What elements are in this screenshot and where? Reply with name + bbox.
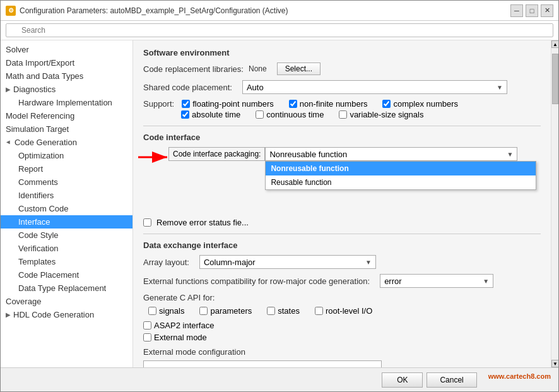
signals-label: signals [159,306,184,316]
sidebar-item-custom-code[interactable]: Custom Code [1,202,132,215]
code-interface-value: Nonreusable function [269,150,347,159]
shared-code-label: Shared code placement: [143,83,232,92]
expand-arrow-code-gen: ▼ [5,140,12,146]
continuous-time-checkbox[interactable] [256,110,264,119]
ok-button[interactable]: OK [382,372,423,388]
sidebar-item-code-gen[interactable]: ▼ Code Generation [1,136,132,149]
interface-packaging-container: Code interface packaging: Nonreusable fu… [143,147,541,161]
shared-code-row: Shared code placement: Auto ▼ [143,80,541,94]
sidebar-item-identifiers[interactable]: Identifiers [1,189,132,202]
continuous-time-label: continuous time [266,110,324,119]
select-button[interactable]: Select... [277,62,321,75]
compat-row: External functions compatibility for row… [143,274,541,288]
support-complex: complex numbers [382,99,458,109]
signals-checkbox[interactable] [148,307,156,315]
divider2 [143,234,541,234]
support-row2: absolute time continuous time variable-s… [181,110,541,119]
software-env-title: Software environment [143,48,541,57]
variable-size-label: variable-size signals [350,110,423,119]
shared-code-arrow-icon: ▼ [497,84,503,91]
bottom-buttons: OK Cancel www.cartech8.com [382,372,551,388]
sidebar-item-data-type-replacement[interactable]: Data Type Replacement [1,282,132,295]
variable-size-checkbox[interactable] [339,110,347,119]
parameters-item: parameters [199,306,252,316]
parameters-label: parameters [210,306,252,316]
sidebar-item-report[interactable]: Report [1,162,132,175]
parameters-checkbox[interactable] [199,307,208,315]
root-level-io-checkbox[interactable] [315,307,323,315]
code-interface-packaging-label: Code interface packaging: [168,147,265,161]
compat-value: error [384,276,401,286]
sidebar-item-verification[interactable]: Verification [1,242,132,255]
external-mode-checkbox[interactable] [143,333,151,342]
compat-dropdown[interactable]: error ▼ [380,274,493,288]
shared-code-value: Auto [247,83,264,92]
support-non-finite: non-finite numbers [289,99,368,109]
expand-arrow-hdl: ▶ [6,311,11,318]
complex-numbers-checkbox[interactable] [382,100,391,108]
absolute-time-checkbox[interactable] [181,110,189,119]
shared-code-dropdown[interactable]: Auto ▼ [242,80,507,94]
dropdown-option-nonreusable[interactable]: Nonreusable function [266,162,536,175]
bottom-bar: OK Cancel www.cartech8.com [1,367,558,391]
signals-item: signals [148,306,184,316]
expand-arrow-diagnostics: ▶ [6,86,11,93]
support-row1: Support: floating-point numbers non-fini… [143,99,541,109]
code-replacement-value: None [249,64,267,73]
sidebar-item-templates[interactable]: Templates [1,255,132,268]
floating-point-checkbox[interactable] [182,100,190,108]
support-variable-size: variable-size signals [339,110,423,119]
maximize-button[interactable]: □ [526,4,538,17]
close-button[interactable]: ✕ [541,4,553,17]
main-content: Solver Data Import/Export Math and Data … [1,40,558,367]
scroll-up-button[interactable]: ▲ [551,40,558,48]
sidebar-item-hdl-code-gen[interactable]: ▶ HDL Code Generation [1,308,132,321]
support-label: Support: [143,99,174,109]
remove-error-checkbox[interactable] [143,218,151,227]
scrollbar-thumb[interactable] [552,54,558,104]
sidebar-item-model-ref[interactable]: Model Referencing [1,109,132,122]
support-continuous: continuous time [256,110,324,119]
code-interface-packaging-dropdown[interactable]: Nonreusable function ▼ [265,147,517,161]
sidebar-item-solver[interactable]: Solver [1,43,132,56]
title-bar-left: ⚙ Configuration Parameters: autoMBD_exam… [6,6,288,16]
support-absolute: absolute time [181,110,240,119]
sidebar-item-interface[interactable]: Interface [1,215,132,229]
dropdown-option-reusable[interactable]: Reusable function [266,175,536,189]
sidebar-item-code-placement[interactable]: Code Placement [1,268,132,282]
search-input[interactable] [6,23,553,37]
scroll-down-button[interactable]: ▼ [551,360,558,367]
window-title: Configuration Parameters: autoMBD_exampl… [20,6,288,15]
code-replacement-row: Code replacement libraries: None Select.… [143,62,541,75]
sidebar: Solver Data Import/Export Math and Data … [1,40,133,367]
sidebar-item-optimization[interactable]: Optimization [1,149,132,162]
generate-section: Generate C API for: signals parameters s… [143,293,541,316]
support-float: floating-point numbers [182,99,274,109]
sidebar-item-sim-target[interactable]: Simulation Target [1,122,132,136]
code-replacement-label: Code replacement libraries: [143,64,244,74]
title-controls: ─ □ ✕ [510,4,553,17]
non-finite-checkbox[interactable] [289,100,297,108]
sidebar-item-comments[interactable]: Comments [1,175,132,189]
search-wrapper: 🔍 [6,23,553,37]
sidebar-item-diagnostics[interactable]: ▶ Diagnostics [1,83,132,96]
cancel-button[interactable]: Cancel [427,372,476,388]
asap-row: ASAP2 interface [143,321,541,330]
minimize-button[interactable]: ─ [510,4,523,17]
array-layout-arrow-icon: ▼ [365,259,372,266]
code-interface-arrow-icon: ▼ [507,151,514,158]
data-exchange-title: Data exchange interface [143,241,541,250]
array-layout-dropdown[interactable]: Column-major ▼ [199,255,376,269]
sidebar-item-code-style[interactable]: Code Style [1,229,132,242]
remove-error-row: Remove error status fie... [143,218,541,227]
sidebar-item-diagnostics-label: Diagnostics [13,85,56,94]
sidebar-item-coverage[interactable]: Coverage [1,295,132,308]
states-item: states [267,306,300,316]
asap2-label: ASAP2 interface [154,321,214,330]
generate-checkboxes: signals parameters states root-level I/O [148,306,541,316]
sidebar-item-math-data[interactable]: Math and Data Types [1,69,132,83]
asap2-checkbox[interactable] [143,321,151,330]
sidebar-item-hardware[interactable]: Hardware Implementation [1,96,132,109]
states-checkbox[interactable] [267,307,275,315]
sidebar-item-data-import[interactable]: Data Import/Export [1,56,132,69]
